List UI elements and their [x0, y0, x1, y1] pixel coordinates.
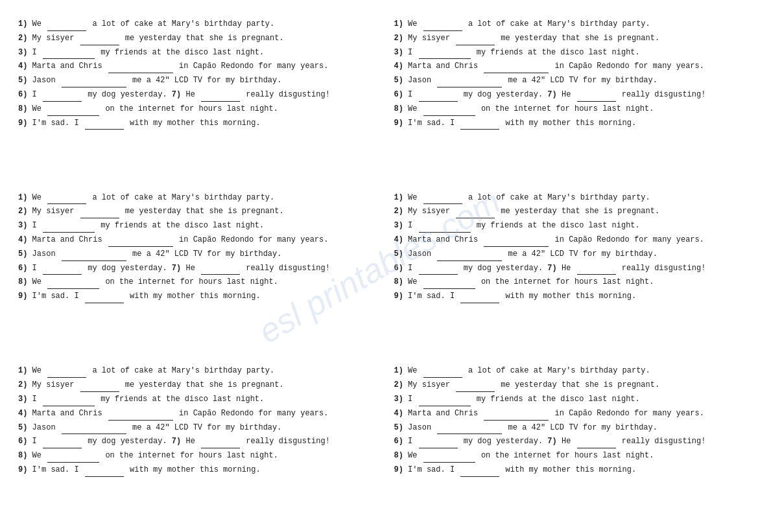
- item-6-7: 6) I my dog yesterday. 7) He really disg…: [394, 262, 740, 275]
- item-3: 3) I my friends at the disco last night.: [18, 220, 364, 233]
- section-2-2: 1) We a lot of cake at Mary's birthday p…: [389, 185, 746, 347]
- item-8: 8) We on the internet for hours last nig…: [18, 103, 364, 116]
- item-4: 4) Marta and Chris in Capão Redondo for …: [18, 60, 364, 73]
- item-2: 2) My sisyer me yesterday that she is pr…: [394, 379, 740, 392]
- item-2: 2) My sisyer me yesterday that she is pr…: [394, 205, 740, 218]
- item-4: 4) Marta and Chris in Capão Redondo for …: [394, 408, 740, 421]
- section-1-1: 1) We a lot of cake at Mary's birthday p…: [13, 12, 370, 174]
- item-1: 1) We a lot of cake at Mary's birthday p…: [18, 365, 364, 378]
- item-2: 2) My sisyer me yesterday that she is pr…: [394, 32, 740, 45]
- item-2: 2) My sisyer me yesterday that she is pr…: [18, 205, 364, 218]
- item-8: 8) We on the internet for hours last nig…: [18, 276, 364, 289]
- item-6-7: 6) I my dog yesterday. 7) He really disg…: [18, 435, 364, 448]
- section-3-1: 1) We a lot of cake at Mary's birthday p…: [13, 358, 370, 520]
- item-6-7: 6) I my dog yesterday. 7) He really disg…: [18, 89, 364, 102]
- item-3: 3) I my friends at the disco last night.: [18, 47, 364, 60]
- item-4: 4) Marta and Chris in Capão Redondo for …: [18, 408, 364, 421]
- item-5: 5) Jason me a 42" LCD TV for my birthday…: [18, 75, 364, 87]
- item-5: 5) Jason me a 42" LCD TV for my birthday…: [394, 248, 740, 261]
- item-8: 8) We on the internet for hours last nig…: [394, 103, 740, 116]
- item-3: 3) I my friends at the disco last night.: [18, 393, 364, 406]
- item-5: 5) Jason me a 42" LCD TV for my birthday…: [18, 248, 364, 261]
- item-3: 3) I my friends at the disco last night.: [394, 393, 740, 406]
- item-9: 9) I'm sad. I with my mother this mornin…: [18, 117, 364, 130]
- item-6-7: 6) I my dog yesterday. 7) He really disg…: [18, 262, 364, 275]
- item-3: 3) I my friends at the disco last night.: [394, 220, 740, 233]
- item-2: 2) My sisyer me yesterday that she is pr…: [18, 32, 364, 45]
- item-6-7: 6) I my dog yesterday. 7) He really disg…: [394, 89, 740, 102]
- worksheet-page: esl printables.com 1) We a lot of cake a…: [0, 0, 758, 532]
- item-4: 4) Marta and Chris in Capão Redondo for …: [394, 234, 740, 247]
- section-1-2: 1) We a lot of cake at Mary's birthday p…: [389, 12, 746, 174]
- item-1: 1) We a lot of cake at Mary's birthday p…: [18, 18, 364, 31]
- item-8: 8) We on the internet for hours last nig…: [18, 450, 364, 463]
- item-4: 4) Marta and Chris in Capão Redondo for …: [18, 234, 364, 247]
- item-9: 9) I'm sad. I with my mother this mornin…: [394, 117, 740, 130]
- item-9: 9) I'm sad. I with my mother this mornin…: [394, 290, 740, 303]
- item-1: 1) We a lot of cake at Mary's birthday p…: [394, 365, 740, 378]
- item-6-7: 6) I my dog yesterday. 7) He really disg…: [394, 435, 740, 448]
- item-2: 2) My sisyer me yesterday that she is pr…: [18, 379, 364, 392]
- section-3-2: 1) We a lot of cake at Mary's birthday p…: [389, 358, 746, 520]
- item-8: 8) We on the internet for hours last nig…: [394, 276, 740, 289]
- item-9: 9) I'm sad. I with my mother this mornin…: [18, 290, 364, 303]
- item-3: 3) I my friends at the disco last night.: [394, 47, 740, 60]
- item-9: 9) I'm sad. I with my mother this mornin…: [394, 464, 740, 477]
- item-5: 5) Jason me a 42" LCD TV for my birthday…: [394, 75, 740, 87]
- section-2-1: 1) We a lot of cake at Mary's birthday p…: [13, 185, 370, 347]
- item-4: 4) Marta and Chris in Capão Redondo for …: [394, 60, 740, 73]
- item-1: 1) We a lot of cake at Mary's birthday p…: [394, 18, 740, 31]
- item-8: 8) We on the internet for hours last nig…: [394, 450, 740, 463]
- item-1: 1) We a lot of cake at Mary's birthday p…: [394, 192, 740, 205]
- item-5: 5) Jason me a 42" LCD TV for my birthday…: [394, 422, 740, 435]
- item-1: 1) We a lot of cake at Mary's birthday p…: [18, 192, 364, 205]
- item-5: 5) Jason me a 42" LCD TV for my birthday…: [18, 422, 364, 435]
- item-9: 9) I'm sad. I with my mother this mornin…: [18, 464, 364, 477]
